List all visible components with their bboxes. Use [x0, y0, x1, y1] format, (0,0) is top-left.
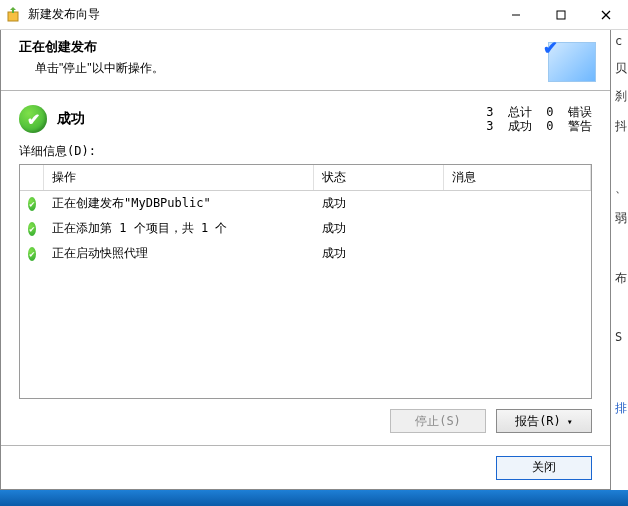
col-status[interactable]: 状态: [314, 165, 444, 190]
col-message[interactable]: 消息: [444, 165, 591, 190]
title-bar: 新建发布向导: [0, 0, 628, 30]
minimize-button[interactable]: [493, 0, 538, 30]
cell-message: [444, 252, 591, 256]
svg-rect-0: [8, 12, 18, 21]
svg-rect-4: [557, 11, 565, 19]
result-status-label: 成功: [57, 110, 486, 128]
grid-header: 操作 状态 消息: [20, 165, 591, 191]
col-operation[interactable]: 操作: [44, 165, 314, 190]
grid-body: ✔正在创建发布"MyDBPublic"成功✔正在添加第 1 个项目，共 1 个成…: [20, 191, 591, 398]
wizard-header: 正在创建发布 单击"停止"以中断操作。 ✔: [1, 30, 610, 91]
stop-button: 停止(S): [390, 409, 486, 433]
result-stats: 3 总计 0 错误 3 成功 0 警告: [486, 105, 592, 133]
cell-operation: 正在创建发布"MyDBPublic": [44, 193, 314, 214]
taskbar: [0, 490, 628, 506]
checkmark-icon: ✔: [543, 37, 558, 59]
app-icon: [6, 7, 22, 23]
action-bar: 停止(S) 报告(R) ▾: [19, 399, 592, 433]
table-row[interactable]: ✔正在创建发布"MyDBPublic"成功: [20, 191, 591, 216]
wizard-banner-icon: ✔: [548, 42, 596, 82]
details-label: 详细信息(D):: [19, 143, 592, 160]
row-success-icon: ✔: [28, 247, 36, 261]
table-row[interactable]: ✔正在添加第 1 个项目，共 1 个成功: [20, 216, 591, 241]
cell-status: 成功: [314, 193, 444, 214]
header-subtitle: 单击"停止"以中断操作。: [35, 60, 548, 77]
table-row[interactable]: ✔正在启动快照代理成功: [20, 241, 591, 266]
cell-operation: 正在启动快照代理: [44, 243, 314, 264]
cell-message: [444, 227, 591, 231]
row-success-icon: ✔: [28, 197, 36, 211]
close-window-button[interactable]: [583, 0, 628, 30]
cell-status: 成功: [314, 218, 444, 239]
window-title: 新建发布向导: [28, 6, 493, 23]
result-summary: ✔ 成功 3 总计 0 错误 3 成功 0 警告: [19, 105, 592, 133]
svg-marker-2: [10, 7, 16, 10]
close-button[interactable]: 关闭: [496, 456, 592, 480]
cropped-edge-text: c 贝 刹 抖 、 弱 布 ゞ S 排: [611, 30, 628, 490]
row-success-icon: ✔: [28, 222, 36, 236]
success-icon: ✔: [19, 105, 47, 133]
dialog-footer: 关闭: [1, 445, 610, 489]
client-area: 正在创建发布 单击"停止"以中断操作。 ✔ ✔ 成功 3 总计 0 错误 3 成…: [0, 30, 611, 490]
maximize-button[interactable]: [538, 0, 583, 30]
header-title: 正在创建发布: [19, 38, 548, 56]
cell-operation: 正在添加第 1 个项目，共 1 个: [44, 218, 314, 239]
cell-status: 成功: [314, 243, 444, 264]
details-grid: 操作 状态 消息 ✔正在创建发布"MyDBPublic"成功✔正在添加第 1 个…: [19, 164, 592, 399]
cell-message: [444, 202, 591, 206]
chevron-down-icon: ▾: [567, 416, 573, 427]
report-button[interactable]: 报告(R) ▾: [496, 409, 592, 433]
